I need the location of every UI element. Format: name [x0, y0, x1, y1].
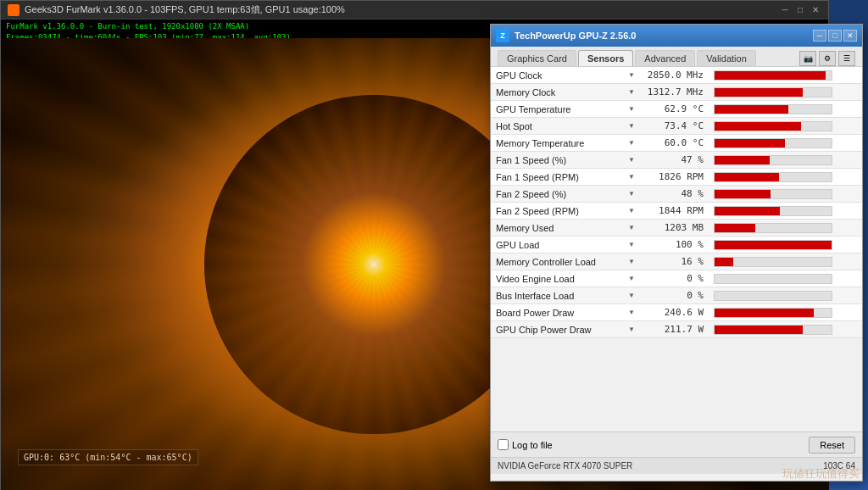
sensor-name: Memory Temperature: [491, 135, 622, 152]
furmark-icon: [8, 4, 19, 16]
sensor-bar-container: [714, 138, 832, 148]
sensor-bar: [715, 224, 755, 232]
tab-sensors[interactable]: Sensors: [578, 50, 633, 66]
table-row: GPU Load ▼ 100 %: [491, 237, 862, 253]
sensor-bar-cell: [709, 287, 862, 304]
sensor-name: GPU Temperature: [491, 101, 622, 118]
sensor-dropdown-arrow[interactable]: ▼: [622, 135, 641, 152]
sensor-dropdown-arrow[interactable]: ▼: [622, 203, 641, 220]
sensor-dropdown-arrow[interactable]: ▼: [622, 253, 641, 270]
tab-advanced[interactable]: Advanced: [635, 50, 695, 66]
sensor-bar: [715, 88, 803, 97]
sensor-name: Hot Spot: [491, 118, 622, 135]
sensor-bar-cell: [709, 135, 862, 152]
sensor-bar-container: [714, 325, 832, 335]
sensor-bar-cell: [709, 220, 862, 237]
sensor-value: 1312.7 MHz: [641, 84, 709, 101]
sensor-dropdown-arrow[interactable]: ▼: [622, 237, 641, 253]
sensor-dropdown-arrow[interactable]: ▼: [622, 67, 641, 84]
furmark-minimize-button[interactable]: ─: [779, 4, 791, 16]
table-row: GPU Temperature ▼ 62.9 °C: [491, 101, 862, 118]
sensor-bar: [715, 139, 785, 148]
sensor-dropdown-arrow[interactable]: ▼: [622, 84, 641, 101]
sensor-dropdown-arrow[interactable]: ▼: [622, 152, 641, 169]
sensor-bar: [715, 71, 826, 80]
sensor-bar-cell: [709, 203, 862, 220]
tab-graphics-card[interactable]: Graphics Card: [498, 50, 576, 66]
log-to-file: Log to file: [498, 439, 553, 450]
sensor-dropdown-arrow[interactable]: ▼: [622, 118, 641, 135]
table-row: Memory Controller Load ▼ 16 %: [491, 253, 862, 270]
table-row: Fan 2 Speed (RPM) ▼ 1844 RPM: [491, 203, 862, 220]
sensor-dropdown-arrow[interactable]: ▼: [622, 101, 641, 118]
sensor-bar-container: [714, 291, 832, 301]
furmark-titlebar: Geeks3D FurMark v1.36.0.0 - 103FPS, GPU1…: [1, 1, 828, 19]
sensor-value: 0 %: [641, 287, 709, 304]
gpuz-icon: Z: [496, 29, 509, 42]
sensor-bar: [715, 241, 832, 249]
sensor-dropdown-arrow[interactable]: ▼: [622, 220, 641, 237]
sensor-value: 1203 MB: [641, 220, 709, 237]
sensor-name: Memory Clock: [491, 84, 622, 101]
sensor-bar-cell: [709, 321, 862, 338]
sensor-bar-cell: [709, 304, 862, 321]
sensor-bar-container: [714, 257, 832, 267]
table-row: Hot Spot ▼ 73.4 °C: [491, 118, 862, 135]
sensor-name: Board Power Draw: [491, 304, 622, 321]
gpuz-minimize-button[interactable]: ─: [813, 30, 826, 42]
sensor-bar: [715, 258, 733, 266]
reset-button[interactable]: Reset: [809, 437, 855, 454]
log-checkbox[interactable]: [498, 439, 509, 450]
gpuz-close-button[interactable]: ✕: [843, 30, 857, 42]
furmark-title: Geeks3D FurMark v1.36.0.0 - 103FPS, GPU1…: [25, 3, 345, 16]
sensor-bar: [715, 207, 780, 215]
sensor-dropdown-arrow[interactable]: ▼: [622, 287, 641, 304]
sensor-name: GPU Load: [491, 237, 622, 253]
sensor-dropdown-arrow[interactable]: ▼: [622, 186, 641, 203]
sensor-name: Memory Used: [491, 220, 622, 237]
sensor-dropdown-arrow[interactable]: ▼: [622, 304, 641, 321]
sensor-bar-cell: [709, 237, 862, 253]
watermark: 玩値狂玩值得买: [782, 466, 860, 482]
furmark-temp-overlay: GPU:0: 63°C (min:54°C - max:65°C): [18, 449, 198, 465]
sensor-dropdown-arrow[interactable]: ▼: [622, 169, 641, 186]
gpuz-maximize-button[interactable]: □: [828, 30, 842, 42]
gpuz-toolbar: 📷 ⚙ ☰: [799, 51, 855, 66]
sensor-value: 16 %: [641, 253, 709, 270]
table-row: GPU Clock ▼ 2850.0 MHz: [491, 67, 862, 84]
sensor-bar-container: [714, 189, 832, 199]
sensor-value: 211.7 W: [641, 321, 709, 338]
sensor-bar: [715, 105, 788, 114]
gpu-name: NVIDIA GeForce RTX 4070 SUPER: [498, 461, 632, 471]
sensors-table: GPU Clock ▼ 2850.0 MHz Memory Clock ▼ 13…: [491, 67, 862, 338]
sensor-value: 47 %: [641, 152, 709, 169]
sensor-bar-container: [714, 172, 832, 182]
sensors-scroll[interactable]: GPU Clock ▼ 2850.0 MHz Memory Clock ▼ 13…: [491, 67, 862, 432]
tab-validation[interactable]: Validation: [697, 50, 756, 66]
sensor-value: 48 %: [641, 186, 709, 203]
gpuz-window: Z TechPowerUp GPU-Z 2.56.0 ─ □ ✕ Graphic…: [490, 24, 863, 482]
table-row: Fan 1 Speed (%) ▼ 47 %: [491, 152, 862, 169]
sensor-bar-container: [714, 70, 832, 81]
furmark-close-button[interactable]: ✕: [810, 4, 821, 16]
table-row: Video Engine Load ▼ 0 %: [491, 270, 862, 287]
sensor-dropdown-arrow[interactable]: ▼: [622, 270, 641, 287]
screenshot-button[interactable]: 📷: [799, 51, 816, 66]
sensor-name: Video Engine Load: [491, 270, 622, 287]
gpuz-tabs: Graphics Card Sensors Advanced Validatio…: [491, 47, 862, 67]
gpuz-titlebar: Z TechPowerUp GPU-Z 2.56.0 ─ □ ✕: [491, 25, 862, 47]
table-row: Fan 1 Speed (RPM) ▼ 1826 RPM: [491, 169, 862, 186]
table-row: Fan 2 Speed (%) ▼ 48 %: [491, 186, 862, 203]
sensor-dropdown-arrow[interactable]: ▼: [622, 321, 641, 338]
sensor-bar-container: [714, 155, 832, 165]
sensor-name: Fan 1 Speed (RPM): [491, 169, 622, 186]
sensor-value: 2850.0 MHz: [641, 67, 709, 84]
settings-button[interactable]: ⚙: [819, 51, 836, 66]
sensor-name: Memory Controller Load: [491, 253, 622, 270]
sensor-bar-container: [714, 104, 832, 114]
sensor-bar-cell: [709, 253, 862, 270]
menu-button[interactable]: ☰: [838, 51, 855, 66]
sensor-bar-container: [714, 206, 832, 216]
furmark-maximize-button[interactable]: □: [794, 4, 806, 16]
sensor-name: Fan 2 Speed (%): [491, 186, 622, 203]
